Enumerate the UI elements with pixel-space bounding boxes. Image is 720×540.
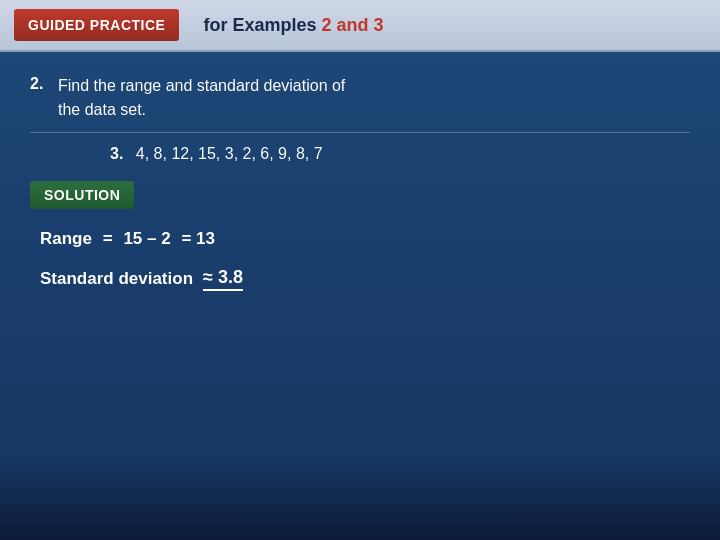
question-2: 2. Find the range and standard deviation… [30, 74, 690, 122]
range-expression: 15 – 2 [123, 229, 170, 248]
bottom-decoration [0, 460, 720, 540]
question-2-text: Find the range and standard deviation of… [58, 74, 345, 122]
header-bar: GUIDED PRACTICE for Examples 2 and 3 [0, 0, 720, 52]
question-3: 3. 4, 8, 12, 15, 3, 2, 6, 9, 8, 7 [110, 145, 690, 163]
range-label: Range [40, 229, 92, 248]
std-dev-line: Standard deviation ≈ 3.8 [40, 267, 690, 291]
range-equals: = [103, 229, 113, 248]
range-result: = 13 [181, 229, 215, 248]
question-2-line1: Find the range and standard deviation of [58, 74, 345, 98]
header-title: for Examples 2 and 3 [203, 15, 383, 36]
question-2-number: 2. [30, 74, 58, 93]
solution-content: Range = 15 – 2 = 13 Standard deviation ≈… [30, 229, 690, 291]
content-area: 2. Find the range and standard deviation… [0, 52, 720, 311]
header-title-prefix: for Examples [203, 15, 321, 35]
divider [30, 132, 690, 133]
header-title-highlight: 2 and 3 [321, 15, 383, 35]
solution-badge: SOLUTION [30, 181, 134, 209]
std-dev-value: ≈ 3.8 [203, 267, 243, 291]
page: GUIDED PRACTICE for Examples 2 and 3 2. … [0, 0, 720, 540]
guided-practice-badge: GUIDED PRACTICE [14, 9, 179, 41]
range-line: Range = 15 – 2 = 13 [40, 229, 690, 249]
question-2-line2: the data set. [58, 98, 345, 122]
std-dev-label: Standard deviation [40, 269, 193, 289]
question-3-data-set: 4, 8, 12, 15, 3, 2, 6, 9, 8, 7 [136, 145, 323, 162]
question-3-number: 3. [110, 145, 123, 162]
